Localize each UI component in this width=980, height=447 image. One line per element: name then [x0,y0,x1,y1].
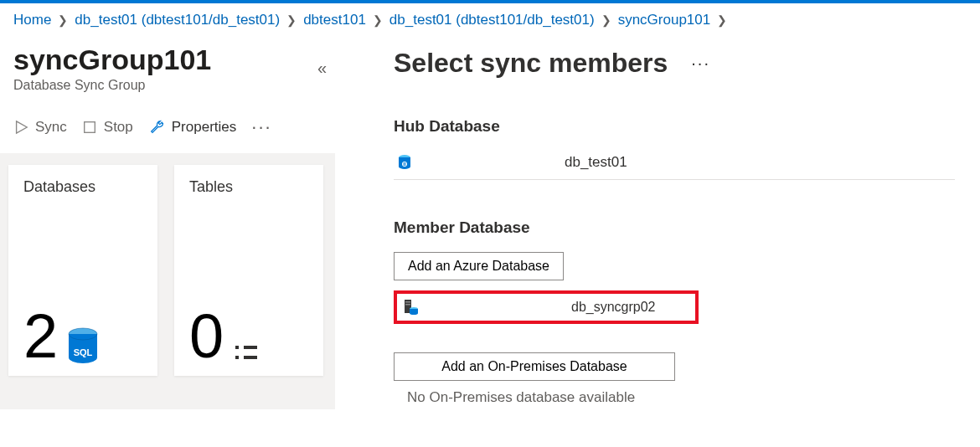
hub-database-row[interactable]: db_test01 [394,146,955,180]
databases-card-label: Databases [23,178,142,196]
stop-button[interactable]: Stop [82,119,133,136]
databases-card[interactable]: Databases 2 SQL [8,165,157,376]
breadcrumb: Home ❯ db_test01 (dbtest101/db_test01) ❯… [0,3,980,35]
member-database-highlight: db_syncgrp02 [394,290,699,324]
breadcrumb-item-3[interactable]: db_test01 (dbtest101/db_test01) [389,12,595,28]
member-database-section-label: Member Database [394,218,955,237]
breadcrumb-home[interactable]: Home [13,12,51,28]
sql-database-icon: SQL [66,327,100,367]
wrench-icon [148,119,165,136]
hub-database-value: db_test01 [565,154,627,171]
breadcrumb-item-1[interactable]: db_test01 (dbtest101/db_test01) [75,12,280,28]
chevron-right-icon: ❯ [286,13,297,27]
databases-card-value: 2 [23,306,58,367]
properties-label: Properties [172,119,236,136]
database-icon [397,154,412,171]
chevron-right-icon: ❯ [373,13,383,27]
tables-card-value: 0 [189,306,224,367]
stop-label: Stop [104,119,133,136]
right-panel: Select sync members ··· Hub Database db_… [335,35,980,409]
breadcrumb-item-2[interactable]: dbtest101 [303,12,366,28]
no-onprem-note: No On-Premises database available [407,389,955,406]
chevron-right-icon: ❯ [601,13,611,27]
collapse-button[interactable]: « [317,59,332,78]
left-panel: syncGroup101 Database Sync Group « Sync … [0,35,335,409]
sync-button[interactable]: Sync [13,119,67,136]
page-subtitle: Database Sync Group [13,78,211,93]
add-onprem-database-button[interactable]: Add an On-Premises Database [394,352,675,381]
cards-area: Databases 2 SQL Tables 0 [0,153,335,409]
breadcrumb-item-4[interactable]: syncGroup101 [618,12,711,28]
sync-label: Sync [35,119,67,136]
server-database-icon [404,299,419,316]
svg-rect-0 [84,122,95,133]
panel-title: Select sync members [394,48,668,79]
play-icon [13,120,28,135]
properties-button[interactable]: Properties [148,119,236,136]
hub-database-section-label: Hub Database [394,117,955,136]
add-azure-database-button[interactable]: Add an Azure Database [394,252,564,280]
tables-card[interactable]: Tables 0 [174,165,323,376]
page-title: syncGroup101 [13,44,211,76]
chevron-right-icon: ❯ [717,13,727,27]
tables-card-label: Tables [189,178,308,196]
stop-icon [82,120,97,135]
tables-icon [235,346,257,359]
member-database-value: db_syncgrp02 [571,300,656,315]
chevron-right-icon: ❯ [58,13,68,27]
command-bar: Sync Stop Properties ··· [13,116,335,153]
svg-point-5 [402,162,407,167]
svg-text:SQL: SQL [74,347,93,357]
svg-rect-7 [405,301,410,303]
more-button[interactable]: ··· [251,116,271,138]
panel-more-button[interactable]: ··· [691,54,710,73]
svg-rect-8 [405,304,410,306]
